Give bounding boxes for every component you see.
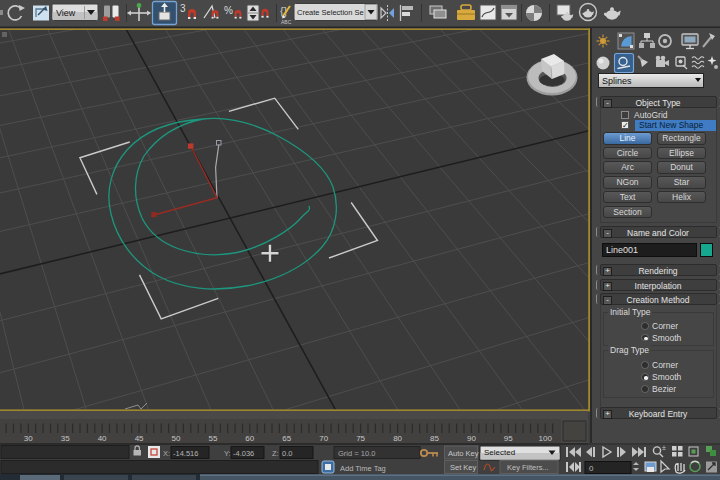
svg-text:-14.516: -14.516 — [173, 449, 198, 458]
svg-text:65: 65 — [282, 434, 291, 443]
svg-text:0.0: 0.0 — [282, 449, 292, 458]
svg-text:-4.036: -4.036 — [233, 449, 254, 458]
svg-text:90: 90 — [467, 434, 476, 443]
svg-text:View: View — [56, 8, 76, 18]
svg-text:50: 50 — [172, 434, 181, 443]
svg-text:85: 85 — [430, 434, 439, 443]
svg-text:Y:: Y: — [224, 449, 231, 458]
svg-text:Create Selection Se: Create Selection Se — [297, 8, 364, 17]
svg-text:ABC: ABC — [281, 19, 292, 25]
svg-text:%: % — [224, 5, 233, 16]
svg-text:35: 35 — [61, 434, 70, 443]
svg-text:Set Key: Set Key — [450, 463, 477, 472]
svg-text:70: 70 — [319, 434, 328, 443]
svg-text:40: 40 — [98, 434, 107, 443]
svg-text:Z:: Z: — [272, 449, 279, 458]
svg-text:3: 3 — [180, 3, 186, 14]
svg-text:30: 30 — [24, 434, 33, 443]
svg-text:Auto Key: Auto Key — [448, 449, 479, 458]
svg-text:55: 55 — [208, 434, 217, 443]
svg-text:75: 75 — [356, 434, 365, 443]
svg-text:Key Filters...: Key Filters... — [507, 463, 549, 472]
svg-text:X:: X: — [163, 449, 170, 458]
svg-text:Grid = 10.0: Grid = 10.0 — [338, 449, 375, 458]
svg-text:60: 60 — [245, 434, 254, 443]
svg-text:100: 100 — [539, 434, 553, 443]
svg-text:45: 45 — [135, 434, 144, 443]
svg-text:80: 80 — [393, 434, 402, 443]
svg-text:Add Time Tag: Add Time Tag — [340, 464, 386, 473]
svg-text:0: 0 — [589, 464, 594, 473]
svg-text:±: ± — [662, 444, 666, 451]
svg-text:95: 95 — [504, 434, 513, 443]
svg-text:Selected: Selected — [484, 448, 515, 457]
